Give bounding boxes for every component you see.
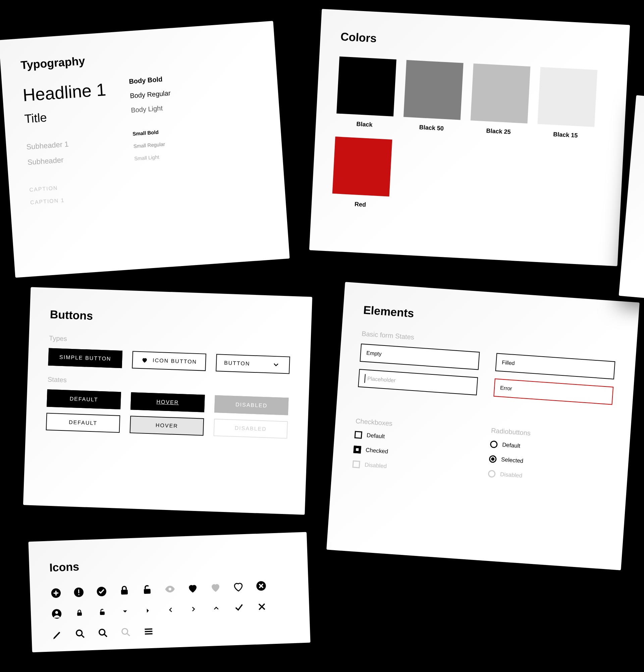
hover-outline-button[interactable]: HOVER xyxy=(130,416,204,436)
dropdown-button[interactable]: BUTTON xyxy=(216,354,290,374)
small-bold-sample: Small Bold xyxy=(133,128,173,136)
zoom-in-icon xyxy=(97,627,109,639)
subheader-sample: Subheader xyxy=(27,152,111,167)
small-regular-sample: Small Regular xyxy=(133,141,174,149)
button-label: DEFAULT xyxy=(70,396,98,403)
swatch-black-25: Black 25 xyxy=(470,63,531,136)
chevron-right-icon xyxy=(187,603,199,615)
close-icon xyxy=(256,601,268,613)
chevron-up-icon xyxy=(210,602,222,614)
caption-sample: CAPTION xyxy=(29,181,113,193)
input-value: Error xyxy=(500,385,512,392)
input-value: Empty xyxy=(366,350,382,357)
swatch-box xyxy=(537,67,597,127)
swatch-black-50: Black 50 xyxy=(403,60,463,133)
body-bold-sample: Body Bold xyxy=(129,75,170,85)
svg-rect-12 xyxy=(100,612,105,615)
heart-grey-icon xyxy=(210,582,221,593)
checkbox-icon xyxy=(352,460,360,468)
button-label: DISABLED xyxy=(234,425,267,432)
dropdown-button-label: BUTTON xyxy=(224,360,250,367)
small-light-sample: Small Light xyxy=(134,153,175,161)
icon-button[interactable]: ICON BUTTON xyxy=(132,351,206,371)
svg-rect-5 xyxy=(121,590,128,595)
button-label: HOVER xyxy=(156,422,178,429)
checkboxes-label: Checkboxes xyxy=(355,417,475,433)
input-filled[interactable]: Filled xyxy=(495,353,616,380)
text-cursor-icon xyxy=(364,374,366,383)
swatch-box xyxy=(471,63,531,123)
disabled-solid-button: DISABLED xyxy=(214,395,289,415)
elements-title: Elements xyxy=(363,303,618,334)
radio-selected-icon xyxy=(489,455,496,463)
input-placeholder[interactable]: Placeholder xyxy=(358,369,478,396)
input-empty[interactable]: Empty xyxy=(360,344,480,370)
typography-title: Typography xyxy=(20,42,255,72)
checkbox-label: Checked xyxy=(365,447,388,455)
caption-1-sample: CAPTION 1 xyxy=(30,194,114,206)
colors-title: Colors xyxy=(340,30,609,57)
checkbox-label: Disabled xyxy=(364,461,387,470)
default-solid-button[interactable]: DEFAULT xyxy=(47,389,121,409)
button-label: DISABLED xyxy=(235,401,268,409)
simple-button-label: SIMPLE BUTTON xyxy=(59,354,111,362)
checkbox-checked[interactable]: Checked xyxy=(353,445,473,461)
lock-open-icon xyxy=(141,584,153,596)
caret-down-icon xyxy=(119,605,131,617)
hover-solid-button[interactable]: HOVER xyxy=(131,392,205,412)
user-circle-icon xyxy=(51,608,62,620)
simple-button[interactable]: SIMPLE BUTTON xyxy=(48,348,122,368)
svg-rect-11 xyxy=(77,612,82,616)
plus-circle-icon xyxy=(50,587,62,599)
button-label: HOVER xyxy=(156,399,179,406)
lock-small-icon xyxy=(73,607,85,619)
swatch-box xyxy=(337,56,397,117)
swatch-label: Black 25 xyxy=(486,128,511,136)
body-regular-sample: Body Regular xyxy=(130,89,171,100)
body-light-sample: Body Light xyxy=(131,104,172,114)
icons-title: Icons xyxy=(49,553,288,574)
swatch-box xyxy=(332,136,392,196)
button-label: DEFAULT xyxy=(69,419,97,427)
headline-1-sample: Headline 1 xyxy=(22,80,107,105)
radio-label: Disabled xyxy=(500,471,522,479)
checkbox-checked-icon xyxy=(353,445,361,453)
input-error[interactable]: Error xyxy=(494,379,613,405)
checkbox-label: Default xyxy=(367,432,385,440)
radio-default[interactable]: Default xyxy=(490,441,609,456)
subheader-1-sample: Subheader 1 xyxy=(26,137,110,151)
lock-open-small-icon xyxy=(96,606,108,618)
svg-rect-3 xyxy=(78,594,80,595)
lock-icon xyxy=(118,585,130,597)
radio-selected[interactable]: Selected xyxy=(489,455,608,471)
svg-point-15 xyxy=(122,628,128,634)
elements-panel: Elements Basic form States Empty Filled … xyxy=(326,282,640,570)
icons-panel: Icons xyxy=(28,532,310,652)
pencil-icon xyxy=(52,629,63,640)
swatch-label: Red xyxy=(354,201,366,208)
input-value: Filled xyxy=(502,359,515,367)
colors-panel: Colors Black Black 50 Black 25 Black 15 … xyxy=(309,9,630,266)
radio-label: Selected xyxy=(501,456,523,465)
icon-button-label: ICON BUTTON xyxy=(153,357,197,365)
search-icon xyxy=(74,628,86,640)
radio-icon xyxy=(488,470,495,477)
swatch-box xyxy=(403,60,463,120)
checkbox-default[interactable]: Default xyxy=(354,431,474,446)
heart-outline-icon xyxy=(232,581,244,592)
radiobuttons-label: Radiobuttons xyxy=(491,427,610,443)
input-placeholder-text: Placeholder xyxy=(367,376,396,384)
buttons-types-label: Types xyxy=(49,335,291,351)
radio-icon xyxy=(490,441,498,448)
chevron-down-icon xyxy=(270,359,282,371)
title-sample: Title xyxy=(24,106,108,126)
disabled-outline-button: DISABLED xyxy=(213,419,288,439)
svg-point-14 xyxy=(99,629,105,635)
swatch-grid: Black Black 50 Black 25 Black 15 Red xyxy=(332,56,607,220)
buttons-title: Buttons xyxy=(50,308,291,329)
svg-rect-6 xyxy=(144,589,150,594)
default-outline-button[interactable]: DEFAULT xyxy=(46,413,120,433)
x-circle-icon xyxy=(255,580,267,592)
menu-icon xyxy=(143,626,154,637)
buttons-states-label: States xyxy=(48,375,289,392)
